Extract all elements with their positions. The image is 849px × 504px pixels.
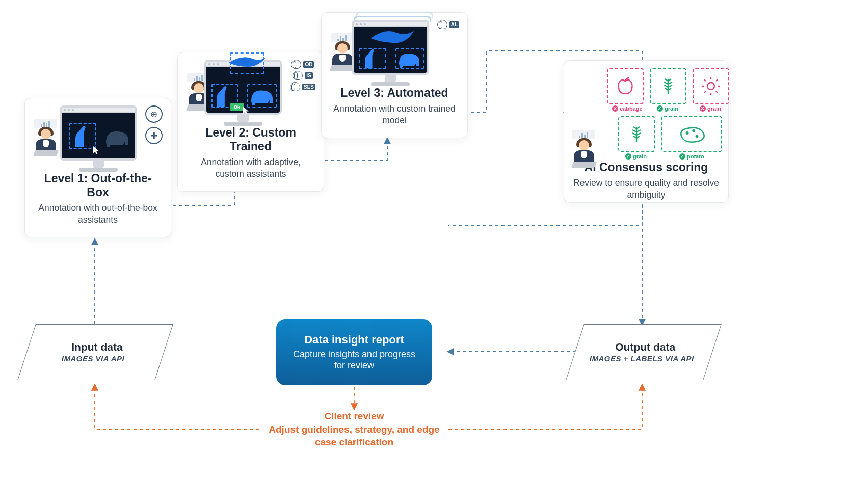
monitor-icon (60, 105, 137, 172)
consensus-desc: Review to ensure quality and resolve amb… (572, 177, 720, 201)
tool-icons: ⊕ ✚ (145, 105, 163, 148)
avatar-icon (330, 42, 347, 73)
report-title: Data insight report (304, 333, 404, 347)
chip-icons: AL (437, 20, 459, 31)
card-level-2: Ok OD IS SES Level 2: Custom Trained Ann… (177, 52, 324, 192)
avatar-icon (186, 82, 199, 113)
level1-desc: Annotation with out-of-the-box assistant… (33, 202, 163, 226)
level1-title: Level 1: Out-of-the-Box (33, 172, 163, 199)
chip-is: IS (293, 71, 312, 80)
input-sub: IMAGES VIA API (62, 354, 124, 363)
tile-potato-label: ✓potato (679, 153, 704, 160)
tile-wheat-bot (618, 116, 655, 152)
chip-od: OD (291, 60, 314, 69)
chip-ses: SES (290, 82, 315, 91)
card-consensus: ✕cabbage ✓grain ✕grain ✓grain (564, 60, 729, 203)
monitor-icon (352, 20, 429, 86)
svg-point-1 (686, 132, 688, 134)
node-input: Input data IMAGES VIA API (17, 324, 173, 380)
output-title: Output data (615, 341, 675, 353)
tile-wheat-bot-label: ✓grain (625, 153, 647, 160)
monitor-icon: Ok (204, 60, 282, 126)
chip-al: AL (437, 20, 459, 29)
lifesaver-icon: ✚ (145, 127, 163, 144)
card-level-1: ⊕ ✚ Level 1: Out-of-the-Box Annotation w… (24, 98, 171, 237)
client-line-1: Client review (260, 410, 448, 423)
avatar-icon (571, 139, 597, 170)
tile-potato (661, 116, 722, 152)
svg-point-2 (693, 130, 695, 131)
level2-title: Level 2: Custom Trained (186, 126, 315, 153)
tile-apple (607, 68, 644, 104)
input-title: Input data (71, 341, 122, 353)
tile-apple-label: ✕cabbage (612, 105, 643, 112)
tile-cog-label: ✕grain (700, 105, 721, 112)
chip-icons: OD IS SES (290, 60, 315, 93)
svg-point-3 (696, 136, 698, 137)
level3-desc: Annotation with custom trained model (330, 103, 459, 126)
level3-title: Level 3: Automated (330, 86, 459, 100)
add-icon: ⊕ (145, 105, 163, 123)
card-level-3: AL Level 3: Automated Annotation with cu… (321, 12, 468, 138)
report-sub: Capture insights and progress for review (287, 349, 421, 372)
svg-point-0 (707, 83, 714, 90)
avatar-icon (33, 128, 55, 158)
output-sub: IMAGES + LABELS VIA API (589, 354, 694, 363)
node-output: Output data IMAGES + LABELS VIA API (566, 324, 722, 380)
client-review: Client review Adjust guidelines, strateg… (260, 410, 448, 449)
tile-wheat-top-label: ✓grain (657, 105, 678, 112)
tile-cog (693, 68, 729, 104)
client-line-2: Adjust guidelines, strategy, and edge ca… (260, 423, 448, 449)
level2-desc: Annotation with adaptive, custom assista… (186, 156, 315, 180)
tile-wheat-top (650, 68, 686, 104)
node-report: Data insight report Capture insights and… (276, 319, 432, 385)
